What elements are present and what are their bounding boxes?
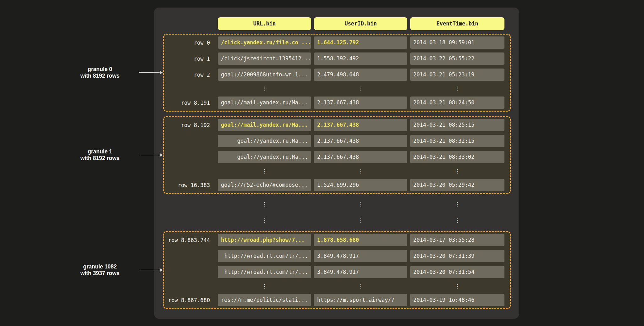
table-row: row 16.383 goal://r52-echo/#compose... 1… bbox=[164, 179, 510, 191]
url-cell: /click.yandex.ru/file.co ... bbox=[218, 36, 311, 49]
granule-box-1082: row 8.863.744 http://wroad.php?show/7...… bbox=[163, 231, 511, 309]
row-index-label: row 8.863.744 bbox=[164, 237, 215, 243]
row-index-label: row 8.191 bbox=[164, 100, 215, 106]
arrow-right-icon bbox=[139, 268, 163, 272]
vertical-ellipsis-icon: ⋮ bbox=[218, 200, 311, 208]
userid-cell: 1.558.392.492 bbox=[314, 52, 407, 65]
eventtime-cell: 2014-03-19 1o:48:46 bbox=[410, 294, 504, 306]
userid-cell: 2.137.667.438 bbox=[314, 151, 407, 163]
annotation-line-2: with 3937 rows bbox=[63, 270, 137, 277]
userid-cell: 2.137.667.438 bbox=[314, 135, 407, 147]
annotation-line-2: with 8192 rows bbox=[63, 155, 137, 162]
eventtime-cell: 2014-03-22 05:55:22 bbox=[410, 52, 504, 65]
vertical-ellipsis-icon: ⋮ bbox=[410, 167, 504, 175]
url-cell: /click/jsredircnt=1395412... bbox=[218, 52, 311, 65]
ellipsis-row: ⋮ ⋮ ⋮ bbox=[164, 282, 510, 290]
column-header-eventtime: EventTime.bin bbox=[410, 17, 504, 30]
table-row: row 0 /click.yandex.ru/file.co ... 1.644… bbox=[164, 36, 510, 49]
vertical-ellipsis-icon: ⋮ bbox=[314, 85, 407, 93]
eventtime-cell: 2014-03-21 08:24:50 bbox=[410, 97, 504, 109]
url-cell: goal://mail.yandex.ru/Ma... bbox=[218, 97, 311, 109]
annotation-line-1: granule 1082 bbox=[63, 263, 137, 270]
row-index-label: row 16.383 bbox=[164, 182, 215, 188]
column-header-url: URL.bin bbox=[218, 17, 311, 30]
vertical-ellipsis-icon: ⋮ bbox=[218, 167, 311, 175]
vertical-ellipsis-icon: ⋮ bbox=[410, 200, 504, 208]
eventtime-cell: 2014-03-21 08:33:02 bbox=[410, 151, 504, 163]
table-row: row 8.191 goal://mail.yandex.ru/Ma... 2.… bbox=[164, 97, 510, 109]
userid-cell: 2.137.667.438 bbox=[314, 119, 407, 131]
table-row: row 2 goal://200986&uinfo=wn-1... 2.479.… bbox=[164, 69, 510, 81]
url-cell: http://wroad.php?show/7... bbox=[218, 234, 311, 246]
eventtime-cell: 2014-03-20 07:31:54 bbox=[410, 266, 504, 278]
granule-1082-annotation-label: granule 1082 with 3937 rows bbox=[63, 263, 137, 277]
vertical-ellipsis-icon: ⋮ bbox=[410, 85, 504, 93]
table-row: row 8.867.680 res://m.me/politic/stati..… bbox=[164, 294, 510, 306]
column-header-userid: UserID.bin bbox=[314, 17, 407, 30]
ellipsis-row: ⋮ ⋮ ⋮ bbox=[164, 200, 504, 208]
url-cell: goal://yandex.ru.Ma... bbox=[218, 151, 311, 163]
userid-cell: 1.644.125.792 bbox=[314, 36, 407, 49]
url-cell: http://wroad.rt.com/tr/... bbox=[218, 250, 311, 262]
table-row: goal://yandex.ru.Ma... 2.137.667.438 201… bbox=[164, 151, 510, 163]
vertical-ellipsis-icon: ⋮ bbox=[410, 216, 504, 224]
vertical-ellipsis-icon: ⋮ bbox=[314, 200, 407, 208]
vertical-ellipsis-icon: ⋮ bbox=[218, 216, 311, 224]
row-index-label: row 8.867.680 bbox=[164, 297, 215, 303]
row-index-label: row 1 bbox=[164, 56, 215, 62]
eventtime-cell: 2014-03-20 05:29:42 bbox=[410, 179, 504, 191]
url-cell: goal://mail.yandex.ru/Ma... bbox=[218, 119, 311, 131]
ellipsis-row: ⋮ ⋮ ⋮ bbox=[164, 85, 510, 93]
granule-1-annotation-label: granule 1 with 8192 rows bbox=[63, 148, 137, 162]
granule-0-annotation: granule 0 with 8192 rows bbox=[63, 64, 163, 81]
userid-cell: 1.878.658.680 bbox=[314, 234, 407, 246]
granule-0-annotation-label: granule 0 with 8192 rows bbox=[63, 66, 137, 79]
url-cell: http://wroad.rt.com/tr/... bbox=[218, 266, 311, 278]
userid-cell: https://m.sport.airway/? bbox=[314, 294, 407, 306]
annotation-line-1: granule 1 bbox=[63, 148, 137, 155]
eventtime-cell: 2014-03-21 08:32:15 bbox=[410, 135, 504, 147]
annotation-line-2: with 8192 rows bbox=[63, 73, 137, 79]
eventtime-cell: 2014-03-21 05:23:19 bbox=[410, 69, 504, 81]
granule-1082-annotation: granule 1082 with 3937 rows bbox=[63, 261, 163, 279]
arrow-right-icon bbox=[139, 71, 163, 75]
userid-cell: 1.524.699.296 bbox=[314, 179, 407, 191]
ellipsis-row: ⋮ ⋮ ⋮ bbox=[164, 167, 510, 175]
userid-cell: 2.479.498.648 bbox=[314, 69, 407, 81]
vertical-ellipsis-icon: ⋮ bbox=[314, 167, 407, 175]
ellipsis-row: ⋮ ⋮ ⋮ bbox=[164, 216, 504, 224]
vertical-ellipsis-icon: ⋮ bbox=[410, 282, 504, 290]
table-row: http://wroad.rt.com/tr/... 3.849.478.917… bbox=[164, 250, 510, 262]
url-cell: res://m.me/politic/stati... bbox=[218, 294, 311, 306]
url-cell: goal://yandex.ru.Ma... bbox=[218, 135, 311, 147]
userid-cell: 3.849.478.917 bbox=[314, 266, 407, 278]
table-row: http://wroad.rt.com/tr/... 3.849.478.917… bbox=[164, 266, 510, 278]
url-cell: goal://r52-echo/#compose... bbox=[218, 179, 311, 191]
table-row: row 8.863.744 http://wroad.php?show/7...… bbox=[164, 234, 510, 246]
vertical-ellipsis-icon: ⋮ bbox=[314, 216, 407, 224]
granules-diagram-panel: URL.bin UserID.bin EventTime.bin row 0 /… bbox=[154, 8, 519, 319]
vertical-ellipsis-icon: ⋮ bbox=[218, 282, 311, 290]
eventtime-cell: 2014-03-17 03:55:28 bbox=[410, 234, 504, 246]
userid-cell: 3.849.478.917 bbox=[314, 250, 407, 262]
vertical-ellipsis-icon: ⋮ bbox=[314, 282, 407, 290]
table-row: row 8.192 goal://mail.yandex.ru/Ma... 2.… bbox=[164, 119, 510, 131]
granule-box-1: row 8.192 goal://mail.yandex.ru/Ma... 2.… bbox=[163, 116, 511, 194]
column-headers-row: URL.bin UserID.bin EventTime.bin bbox=[164, 17, 504, 30]
row-index-label: row 8.192 bbox=[164, 122, 215, 128]
eventtime-cell: 2014-03-21 08:25:15 bbox=[410, 119, 504, 131]
granule-1-annotation: granule 1 with 8192 rows bbox=[63, 146, 163, 164]
table-row: row 1 /click/jsredircnt=1395412... 1.558… bbox=[164, 52, 510, 65]
eventtime-cell: 2014-03-18 09:59:01 bbox=[410, 36, 504, 49]
eventtime-cell: 2014-03-20 07:31:39 bbox=[410, 250, 504, 262]
userid-cell: 2.137.667.438 bbox=[314, 97, 407, 109]
annotation-line-1: granule 0 bbox=[63, 66, 137, 73]
row-index-label: row 2 bbox=[164, 72, 215, 78]
row-index-label: row 0 bbox=[164, 40, 215, 46]
vertical-ellipsis-icon: ⋮ bbox=[218, 85, 311, 93]
granule-box-0: row 0 /click.yandex.ru/file.co ... 1.644… bbox=[163, 34, 511, 112]
url-cell: goal://200986&uinfo=wn-1... bbox=[218, 69, 311, 81]
arrow-right-icon bbox=[139, 153, 163, 157]
table-row: goal://yandex.ru.Ma... 2.137.667.438 201… bbox=[164, 135, 510, 147]
